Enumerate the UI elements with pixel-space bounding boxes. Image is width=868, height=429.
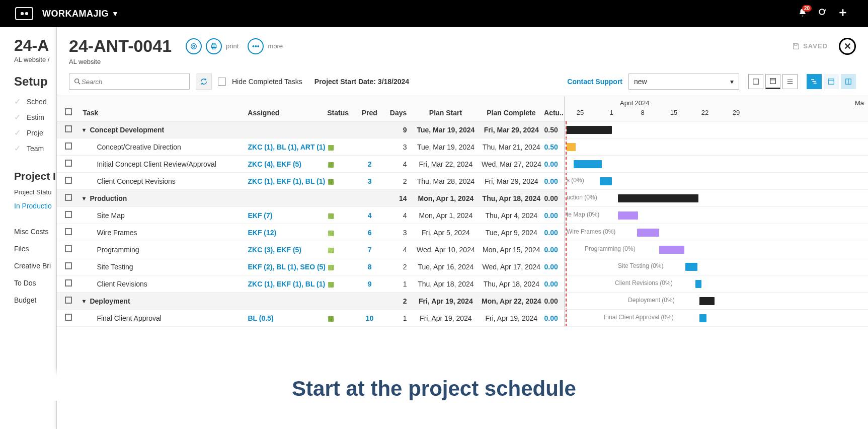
assigned[interactable]: EKF (12) [248,229,327,237]
setup-item[interactable]: ✓Estim [14,109,56,125]
nav-misc-costs[interactable]: Misc Costs [14,223,56,240]
split-view-button[interactable] [841,74,856,89]
pred[interactable]: 8 [356,263,383,271]
table-row[interactable]: ▾Concept Development9Tue, Mar 19, 2024Fr… [57,121,564,138]
pred[interactable]: 7 [356,246,383,254]
hide-completed-checkbox[interactable] [218,78,226,86]
calendar-icon[interactable]: ▦ [328,280,334,288]
view-mode-1[interactable] [748,74,763,89]
table-row[interactable]: ▾Deployment2Fri, Apr 19, 2024Mon, Apr 22… [57,293,564,310]
row-checkbox[interactable] [65,279,72,287]
gantt-bar[interactable] [600,177,612,185]
gantt-view-button[interactable] [807,74,822,89]
row-checkbox[interactable] [65,194,72,201]
pred[interactable]: 9 [356,280,383,288]
nav-todos[interactable]: To Dos [14,274,56,292]
calendar-icon[interactable]: ▦ [328,211,334,220]
app-logo[interactable] [15,7,33,20]
print-button[interactable] [206,38,222,54]
brand[interactable]: WORKAMAJIG▼ [42,9,119,19]
table-row[interactable]: Client Concept RevisionsZKC (1), EKF (1)… [57,173,564,190]
pred[interactable]: 4 [356,211,383,220]
row-checkbox[interactable] [65,177,72,184]
table-row[interactable]: Concept/Creative DirectionZKC (1), BL (1… [57,138,564,156]
assigned[interactable]: ZKC (1), EKF (1), BL (1) [248,177,327,185]
view-dropdown[interactable]: new▾ [628,74,739,90]
table-row[interactable]: Site MapEKF (7)▦44Mon, Apr 1, 2024Thu, A… [57,207,564,224]
pred[interactable]: 6 [356,229,383,237]
gantt-bar[interactable] [567,126,612,134]
row-checkbox[interactable] [65,228,72,235]
table-row[interactable]: ▾Production14Mon, Apr 1, 2024Thu, Apr 18… [57,190,564,207]
notifications-icon[interactable]: 20 [793,8,813,20]
assigned[interactable]: ZKC (3), EKF (5) [248,246,327,254]
nav-budget[interactable]: Budget [14,292,56,309]
more-button[interactable]: ••• [248,38,264,54]
chevron-down-icon[interactable]: ▾ [83,126,86,133]
setup-item[interactable]: ✓Team [14,140,56,156]
calendar-icon[interactable]: ▦ [328,314,334,322]
row-checkbox[interactable] [65,142,72,150]
row-checkbox[interactable] [65,314,72,321]
search-field[interactable] [82,78,185,86]
contact-support-link[interactable]: Contact Support [567,78,622,86]
gantt-bar[interactable] [685,263,697,271]
row-checkbox[interactable] [65,245,72,252]
gantt-bar[interactable] [618,211,638,220]
assigned[interactable]: EKF (2), BL (1), SEO (5) [248,263,327,271]
assigned[interactable]: ZKC (4), EKF (5) [248,160,327,168]
plan-complete: Mon, Apr 22, 2024 [479,297,544,305]
calendar-icon[interactable]: ▦ [328,160,334,168]
assigned[interactable]: ZKC (1), BL (1), ART (1) [248,143,327,151]
status-value[interactable]: In Productio [14,202,56,210]
view-mode-3[interactable] [782,74,798,89]
calendar-icon[interactable]: ▦ [328,177,334,185]
gantt-bar[interactable] [637,229,659,237]
row-checkbox[interactable] [65,125,72,132]
table-row[interactable]: Final Client ApprovalBL (0.5)▦101Fri, Ap… [57,310,564,327]
add-icon[interactable] [833,9,853,19]
gantt-bar[interactable] [618,194,698,202]
refresh-button[interactable] [186,38,202,54]
row-checkbox[interactable] [65,160,72,167]
setup-item[interactable]: ✓Sched [14,94,56,109]
pred[interactable]: 3 [356,177,383,185]
calendar-icon[interactable]: ▦ [328,246,334,254]
calendar-icon[interactable]: ▦ [328,263,334,271]
gantt-bar[interactable] [659,246,684,254]
sync-button[interactable] [196,74,212,90]
setup-item[interactable]: ✓Proje [14,125,56,140]
row-checkbox[interactable] [65,262,72,269]
gantt-bar[interactable] [695,280,701,288]
calendar-icon[interactable]: ▦ [328,229,334,237]
gantt-bar[interactable] [567,143,576,151]
table-row[interactable]: Client RevisionsZKC (1), EKF (1), BL (1)… [57,275,564,293]
gantt-bar[interactable] [699,314,706,322]
calendar-icon[interactable]: ▦ [328,143,334,151]
assigned[interactable]: BL (0.5) [248,314,327,322]
gantt-bar[interactable] [699,297,715,305]
row-checkbox[interactable] [65,211,72,218]
table-row[interactable]: Wire FramesEKF (12)▦63Fri, Apr 5, 2024Tu… [57,224,564,241]
chevron-down-icon[interactable]: ▾ [83,298,86,305]
project-heading: Project I [14,170,56,182]
gantt-bar[interactable] [574,160,602,168]
chevron-down-icon[interactable]: ▾ [83,195,86,202]
nav-files[interactable]: Files [14,240,56,257]
table-row[interactable]: ProgrammingZKC (3), EKF (5)▦74Wed, Apr 1… [57,241,564,258]
row-checkbox[interactable] [65,297,72,304]
gantt-label: Final Client Approval (0%) [604,314,674,321]
assigned[interactable]: ZKC (1), EKF (1), BL (1) [248,280,327,288]
close-button[interactable]: ✕ [839,38,856,55]
search-icon[interactable] [813,8,833,20]
pred[interactable]: 2 [356,160,383,168]
table-row[interactable]: Site TestingEKF (2), BL (1), SEO (5)▦82T… [57,258,564,275]
nav-creative-brief[interactable]: Creative Bri [14,257,56,274]
view-mode-2[interactable] [765,74,780,89]
status-cell: ▦ [328,177,356,185]
assigned[interactable]: EKF (7) [248,211,327,220]
board-view-button[interactable] [824,74,839,89]
pred[interactable]: 10 [356,314,383,322]
table-row[interactable]: Initial Concept Client Review/ApprovalZK… [57,156,564,173]
search-input[interactable] [69,74,190,90]
